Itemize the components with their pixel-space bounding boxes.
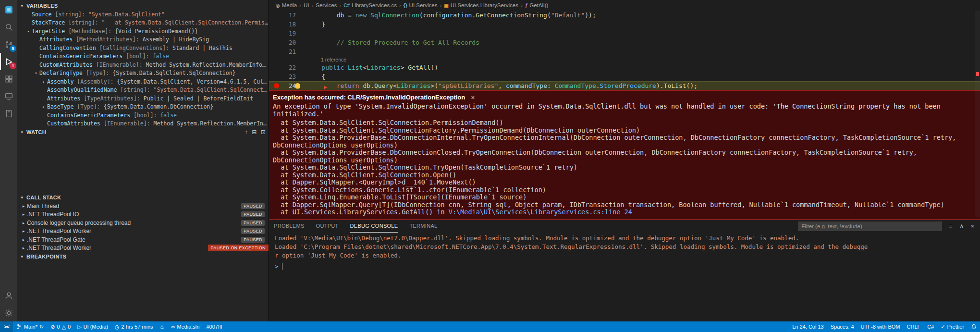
variable-row[interactable]: Attributes [TypeAttributes]: Public | Se… bbox=[17, 94, 269, 103]
eol-item[interactable]: CRLF bbox=[904, 321, 924, 332]
account-icon[interactable] bbox=[0, 287, 17, 304]
variable-row[interactable]: CustomAttributes [IEnumerable]: Method S… bbox=[17, 61, 269, 69]
twistie-icon[interactable]: ▸ bbox=[20, 221, 27, 225]
variables-section-title: VARIABLES bbox=[26, 3, 58, 9]
stack-frame-link[interactable]: V:\Media\UI\Services\LibraryServices.cs:… bbox=[449, 208, 632, 216]
code-line-23[interactable]: 23 { bbox=[269, 72, 980, 81]
variable-row[interactable]: CustomAttributes [IEnumerable]: Method S… bbox=[17, 120, 269, 128]
panel-tab-terminal[interactable]: TERMINAL bbox=[409, 220, 437, 233]
code-line-22[interactable]: 22 public List<Libraries> GetAll() bbox=[269, 63, 980, 72]
solution-item[interactable]: ∞ Media.sln bbox=[168, 321, 203, 332]
line-number: 21 bbox=[283, 47, 296, 56]
breadcrumb-item[interactable]: C#LibraryServices.cs bbox=[343, 2, 397, 8]
twistie-icon[interactable]: ▸ bbox=[20, 229, 27, 234]
git-branch-item[interactable]: Main* ↻ bbox=[13, 321, 47, 332]
section-call-stack[interactable]: ▾ CALL STACK bbox=[17, 193, 269, 202]
time-tracker-item[interactable]: ◷ 2 hrs 57 mins bbox=[111, 321, 157, 332]
code-line-24[interactable]: 24 return db.Query<Libraries>("spGetLibr… bbox=[269, 81, 980, 90]
twistie-icon[interactable]: ▸ bbox=[20, 237, 27, 242]
section-breakpoints[interactable]: ▾ BREAKPOINTS bbox=[17, 252, 269, 261]
color-chip-item[interactable]: #007fff bbox=[203, 321, 225, 332]
call-stack-thread[interactable]: ▸.NET ThreadPool IOPAUSED bbox=[17, 210, 269, 219]
variable-row[interactable]: ContainsGenericParameters [bool]: false bbox=[17, 111, 269, 120]
variable-row[interactable]: ▾TargetSite [MethodBase]: {Void Permissi… bbox=[17, 27, 269, 36]
remote-explorer-icon[interactable] bbox=[0, 87, 17, 105]
twistie-icon[interactable]: ▸ bbox=[40, 79, 47, 84]
breadcrumb-item[interactable]: UI bbox=[304, 2, 309, 8]
code-line-18[interactable]: 18 } bbox=[269, 20, 980, 29]
twistie-icon[interactable]: ▸ bbox=[20, 246, 27, 250]
twistie-icon[interactable]: ▾ bbox=[25, 29, 32, 34]
variable-row[interactable]: Source [string]: "System.Data.SqlClient" bbox=[17, 10, 269, 19]
notifications-item[interactable] bbox=[968, 321, 980, 332]
debug-config-item[interactable]: ▷ UI (Media) bbox=[74, 321, 111, 332]
breakpoint-icon[interactable] bbox=[274, 83, 279, 88]
variable-row[interactable]: Attributes [MethodAttributes]: Assembly … bbox=[17, 36, 269, 44]
console-filter-input[interactable] bbox=[798, 221, 942, 231]
variable-row[interactable]: ▸Assembly [Assembly]: {System.Data.SqlCl… bbox=[17, 77, 269, 86]
extensions-icon[interactable] bbox=[0, 70, 17, 87]
lightbulb-icon[interactable] bbox=[295, 83, 300, 88]
variable-row[interactable]: StackTrace [string]: " at System.Data.Sq… bbox=[17, 19, 269, 27]
language-mode-item[interactable]: C# bbox=[924, 321, 937, 332]
collapse-all-icon[interactable]: ⊟ bbox=[252, 129, 257, 135]
variable-row[interactable]: AssemblyQualifiedName [string]: "System.… bbox=[17, 86, 269, 95]
panel-tab-debug-console[interactable]: DEBUG CONSOLE bbox=[350, 220, 398, 233]
variable-row[interactable]: ContainsGenericParameters [bool]: false bbox=[17, 52, 269, 61]
code-line-19[interactable]: 19 bbox=[269, 29, 980, 38]
console-input[interactable]: > bbox=[275, 262, 980, 271]
overview-ruler-error-mark bbox=[976, 72, 979, 76]
settings-gear-icon[interactable] bbox=[0, 304, 17, 321]
breadcrumb-item[interactable]: ▣UI.Services.LibraryServices bbox=[444, 2, 518, 8]
hot-reload-item[interactable]: ♨ bbox=[157, 321, 168, 332]
call-stack-thread[interactable]: ▸Main ThreadPAUSED bbox=[17, 202, 269, 210]
docs-icon[interactable] bbox=[0, 105, 17, 122]
problems-item[interactable]: ⊘ 0 △ 0 bbox=[47, 321, 74, 332]
eol-label: CRLF bbox=[907, 324, 921, 330]
call-stack-thread[interactable]: ▸.NET ThreadPool WorkerPAUSED ON EXCEPTI… bbox=[17, 244, 269, 253]
remote-indicator[interactable]: >< bbox=[0, 321, 13, 332]
call-stack-thread[interactable]: ▸.NET ThreadPool GatePAUSED bbox=[17, 235, 269, 244]
breadcrumb-item[interactable]: ƒGetAll() bbox=[525, 2, 549, 8]
panel-menu-icon[interactable]: ≡ bbox=[949, 223, 953, 229]
code-line-20[interactable]: 20 // Stored Procedure to Get All Record… bbox=[269, 38, 980, 47]
variable-row[interactable]: ▸BaseType [Type]: {System.Data.Common.Db… bbox=[17, 103, 269, 111]
twistie-icon[interactable]: ▸ bbox=[20, 212, 27, 217]
section-variables[interactable]: ▾ VARIABLES bbox=[17, 1, 269, 10]
variable-row[interactable]: ▾DeclaringType [Type]: {System.Data.SqlC… bbox=[17, 69, 269, 78]
panel-tab-output[interactable]: OUTPUT bbox=[316, 220, 339, 233]
breakpoint-gutter[interactable] bbox=[269, 83, 283, 88]
indentation-item[interactable]: Spaces: 4 bbox=[827, 321, 858, 332]
bell-icon bbox=[971, 324, 977, 330]
section-watch[interactable]: ▾ WATCH + ⊟ ⊡ bbox=[17, 128, 269, 136]
editor-scrollbar[interactable] bbox=[975, 11, 980, 217]
breadcrumb-item[interactable]: {}UI.Services bbox=[404, 2, 438, 8]
twistie-icon[interactable]: ▾ bbox=[33, 71, 39, 75]
maximize-panel-icon[interactable]: ∧ bbox=[959, 223, 964, 229]
breadcrumb-item[interactable]: ◎Media bbox=[276, 2, 297, 8]
encoding-item[interactable]: UTF-8 with BOM bbox=[858, 321, 904, 332]
panel-tab-problems[interactable]: PROBLEMS bbox=[274, 220, 305, 233]
line-number: 23 bbox=[283, 72, 296, 81]
call-stack-thread[interactable]: ▸.NET ThreadPool WorkerPAUSED bbox=[17, 227, 269, 236]
twistie-icon[interactable]: ▸ bbox=[40, 104, 47, 109]
close-panel-icon[interactable]: × bbox=[970, 223, 974, 229]
code-line-17[interactable]: 17 db = new SqlConnection(configuration.… bbox=[269, 11, 980, 20]
code-line-21[interactable]: 21 bbox=[269, 47, 980, 56]
twistie-icon[interactable]: ▸ bbox=[20, 204, 27, 209]
search-icon[interactable] bbox=[0, 18, 17, 36]
breadcrumb-item[interactable]: Services bbox=[316, 2, 337, 8]
class-icon: ▣ bbox=[444, 3, 448, 8]
codelens-reference[interactable]: 1 reference bbox=[269, 56, 980, 63]
close-icon[interactable]: × bbox=[471, 94, 475, 101]
call-stack-thread[interactable]: ▸Console logger queue processing threadP… bbox=[17, 219, 269, 227]
watch-more-icon[interactable]: ⊡ bbox=[261, 129, 266, 135]
variable-row[interactable]: CallingConvention [CallingConventions]: … bbox=[17, 44, 269, 52]
app-logo-icon[interactable] bbox=[0, 1, 17, 18]
formatter-item[interactable]: ✓ Prettier bbox=[937, 321, 968, 332]
code-editor[interactable]: 17 db = new SqlConnection(configuration.… bbox=[269, 11, 980, 90]
cursor-position-item[interactable]: Ln 24, Col 13 bbox=[789, 321, 827, 332]
add-expression-icon[interactable]: + bbox=[245, 129, 248, 135]
run-and-debug-icon[interactable]: 1 bbox=[0, 53, 17, 70]
source-control-icon[interactable]: 5 bbox=[0, 36, 17, 53]
